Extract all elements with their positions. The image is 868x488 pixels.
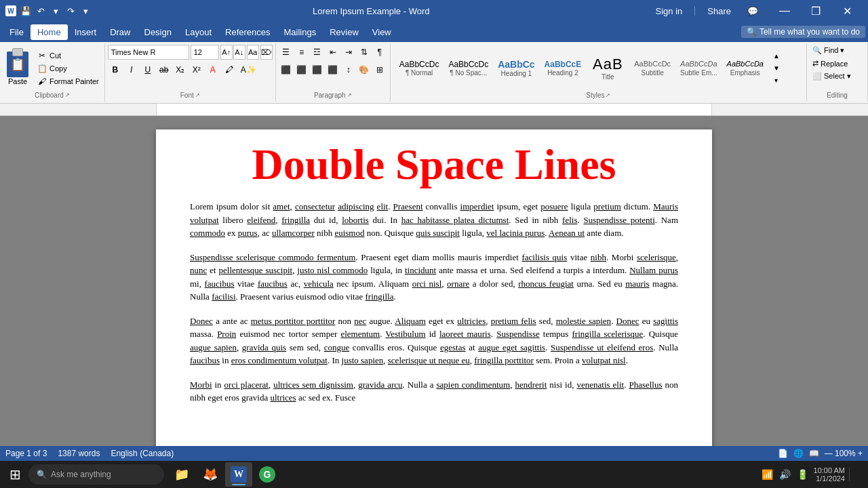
view-mode-read[interactable]: 📖 — [809, 449, 819, 458]
search-box[interactable]: 🔍 Tell me what you want to do — [741, 26, 865, 38]
show-hide-button[interactable]: ¶ — [372, 45, 387, 60]
speaker-icon[interactable]: 🔊 — [778, 468, 792, 481]
styles-scroll-up[interactable]: ▲ — [771, 51, 782, 62]
menu-mailings[interactable]: Mailings — [277, 24, 323, 40]
align-right-button[interactable]: ⬛ — [310, 62, 325, 77]
style-title-label: Title — [601, 73, 614, 81]
font-group: A↑ A↓ Aa ⌦ B I U ab X₂ X² A 🖍 A✨ — [105, 43, 276, 102]
undo-dropdown[interactable]: ▾ — [49, 4, 62, 18]
select-button[interactable]: ⬜ Select ▾ — [810, 70, 854, 82]
subscript-button[interactable]: X₂ — [173, 62, 188, 77]
increase-indent-button[interactable]: ⇥ — [341, 45, 356, 60]
superscript-button[interactable]: X² — [189, 62, 204, 77]
align-center-button[interactable]: ⬛ — [294, 62, 309, 77]
format-painter-button[interactable]: 🖌 Format Painter — [34, 75, 102, 87]
numbering-button[interactable]: ≡ — [294, 45, 309, 60]
style-emphasis-label: Emphasis — [730, 69, 760, 77]
shading-button[interactable]: 🎨 — [357, 62, 372, 77]
italic-button[interactable]: I — [124, 62, 139, 77]
highlight-button[interactable]: 🖍 — [222, 62, 237, 77]
copy-button[interactable]: 📋 Copy — [34, 62, 102, 75]
view-mode-print[interactable]: 📄 — [778, 449, 788, 458]
minimize-button[interactable]: — — [769, 0, 800, 22]
bold-button[interactable]: B — [108, 62, 123, 77]
customize-qat-button[interactable]: ▾ — [79, 4, 92, 18]
save-button[interactable]: 💾 — [19, 4, 33, 18]
style-normal[interactable]: AaBbCcDc ¶ Normal — [396, 58, 443, 79]
style-title[interactable]: AaB Title — [587, 54, 628, 83]
menu-references[interactable]: References — [218, 24, 277, 40]
style-heading2[interactable]: AaBbCcE Heading 2 — [541, 58, 585, 79]
menu-design[interactable]: Design — [138, 24, 178, 40]
text-effect-button[interactable]: A✨ — [238, 62, 259, 77]
menu-home[interactable]: Home — [31, 24, 68, 40]
menu-view[interactable]: View — [366, 24, 398, 40]
document-area[interactable]: Double Space Lines Lorem ipsum dolor sit… — [0, 116, 868, 446]
restore-button[interactable]: ❐ — [800, 0, 831, 22]
cut-button[interactable]: ✂ Cut — [34, 49, 102, 62]
comments-button[interactable]: 💬 — [742, 5, 764, 18]
multilevel-button[interactable]: ☲ — [310, 45, 325, 60]
borders-button[interactable]: ⊞ — [372, 62, 387, 77]
close-button[interactable]: ✕ — [831, 0, 863, 22]
align-left-button[interactable]: ⬛ — [279, 62, 294, 77]
paste-button[interactable]: 📋 Paste — [3, 49, 33, 88]
style-subtle-em[interactable]: AaBbCcDa Subtle Em... — [677, 58, 720, 78]
style-no-spacing[interactable]: AaBbCcDc ¶ No Spac... — [445, 58, 492, 79]
menu-file[interactable]: File — [3, 24, 31, 40]
network-icon[interactable]: 📶 — [761, 468, 774, 481]
style-heading1[interactable]: AaBbCc Heading 1 — [494, 57, 538, 80]
battery-icon[interactable]: 🔋 — [796, 468, 810, 481]
zoom-level[interactable]: — 100% + — [825, 449, 863, 458]
styles-group: AaBbCcDc ¶ Normal AaBbCcDc ¶ No Spac... … — [391, 43, 807, 102]
style-title-preview: AaB — [593, 56, 623, 73]
styles-scroll-down[interactable]: ▼ — [771, 63, 782, 74]
window-controls: — ❐ ✕ — [769, 0, 863, 22]
taskbar-app-firefox[interactable]: 🦊 — [197, 462, 224, 487]
menu-review[interactable]: Review — [323, 24, 366, 40]
share-button[interactable]: Share — [702, 5, 736, 18]
redo-button[interactable]: ↷ — [64, 4, 77, 18]
styles-label-text: Styles — [586, 92, 604, 99]
clipboard-expand-icon[interactable]: ↗ — [65, 92, 70, 98]
decrease-indent-button[interactable]: ⇤ — [326, 45, 340, 60]
find-button[interactable]: 🔍 Find ▾ — [810, 45, 847, 56]
show-desktop-button[interactable] — [849, 468, 863, 481]
change-case-button[interactable]: Aa — [247, 45, 259, 60]
language[interactable]: English (Canada) — [111, 449, 174, 458]
taskbar-time[interactable]: 10:00 AM 1/1/2024 — [814, 466, 845, 483]
font-shrink-button[interactable]: A↓ — [233, 45, 245, 60]
font-color-button[interactable]: A — [205, 62, 220, 77]
strikethrough-button[interactable]: ab — [157, 62, 172, 77]
style-subtitle[interactable]: AaBbCcDc Subtitle — [631, 58, 674, 78]
styles-expand-icon[interactable]: ↗ — [606, 92, 610, 98]
menu-insert[interactable]: Insert — [68, 24, 104, 40]
taskbar-app-green[interactable]: G — [254, 462, 281, 487]
font-name-input[interactable] — [108, 45, 189, 60]
taskbar-app-file-explorer[interactable]: 📁 — [168, 462, 195, 487]
windows-logo: ⊞ — [9, 466, 21, 483]
font-grow-button[interactable]: A↑ — [220, 45, 233, 60]
underline-button[interactable]: U — [140, 62, 155, 77]
styles-more[interactable]: ▾ — [771, 75, 782, 86]
signin-button[interactable]: Sign in — [650, 5, 688, 18]
menu-draw[interactable]: Draw — [103, 24, 137, 40]
taskbar-search[interactable]: 🔍 Ask me anything — [28, 464, 164, 485]
justify-button[interactable]: ⬛ — [326, 62, 340, 77]
undo-button[interactable]: ↶ — [34, 4, 47, 18]
paragraph-group: ☰ ≡ ☲ ⇤ ⇥ ⇅ ¶ ⬛ ⬛ ⬛ ⬛ ↕ 🎨 ⊞ — [276, 43, 391, 102]
bullets-button[interactable]: ☰ — [279, 45, 294, 60]
clear-format-button[interactable]: ⌦ — [260, 45, 273, 60]
sort-button[interactable]: ⇅ — [357, 45, 372, 60]
taskbar-app-word[interactable]: W — [225, 462, 252, 487]
style-emphasis[interactable]: AaBbCcDa Emphasis — [724, 58, 767, 78]
font-expand-icon[interactable]: ↗ — [195, 92, 200, 98]
replace-button[interactable]: ⇄ Replace — [810, 58, 850, 69]
view-mode-web[interactable]: 🌐 — [793, 449, 804, 458]
document-body[interactable]: Lorem ipsum dolor sit amet, consectetur … — [156, 193, 712, 429]
paragraph-expand-icon[interactable]: ↗ — [347, 92, 352, 98]
menu-layout[interactable]: Layout — [178, 24, 218, 40]
font-size-input[interactable] — [191, 45, 219, 60]
start-button[interactable]: ⊞ — [3, 462, 27, 487]
line-spacing-button[interactable]: ↕ — [341, 62, 356, 77]
